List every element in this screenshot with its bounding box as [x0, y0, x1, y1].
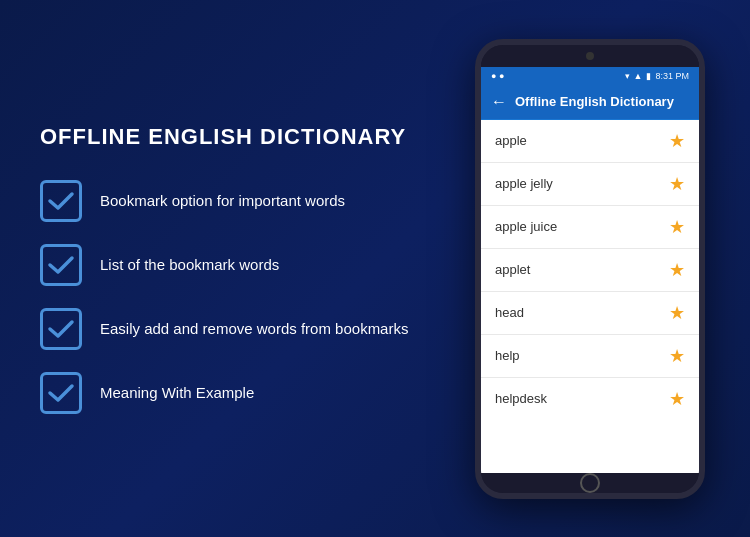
feature-item: Meaning With Example [40, 372, 430, 414]
feature-item: Bookmark option for important words [40, 180, 430, 222]
word-item[interactable]: help ★ [481, 335, 699, 378]
feature-item: Easily add and remove words from bookmar… [40, 308, 430, 350]
left-panel: OFFLINE ENGLISH DICTIONARY Bookmark opti… [0, 94, 460, 444]
word-text: apple juice [495, 219, 557, 234]
wifi-icon: ▾ [625, 71, 630, 81]
feature-item: List of the bookmark words [40, 244, 430, 286]
word-text: applet [495, 262, 530, 277]
status-icons: ▾ ▲ ▮ 8:31 PM [625, 71, 689, 81]
battery-icon: ▮ [646, 71, 651, 81]
checkbox-icon [40, 180, 82, 222]
app-title: OFFLINE ENGLISH DICTIONARY [40, 124, 430, 150]
word-item[interactable]: apple jelly ★ [481, 163, 699, 206]
word-item[interactable]: head ★ [481, 292, 699, 335]
feature-text: Easily add and remove words from bookmar… [100, 320, 408, 337]
feature-text: Meaning With Example [100, 384, 254, 401]
status-bar: ● ● ▾ ▲ ▮ 8:31 PM [481, 67, 699, 85]
phone-app-title: Offline English Dictionary [515, 94, 674, 109]
word-item[interactable]: helpdesk ★ [481, 378, 699, 420]
phone-mockup: ● ● ▾ ▲ ▮ 8:31 PM ← Offline English Dict… [475, 39, 705, 499]
home-button[interactable] [580, 473, 600, 493]
star-icon[interactable]: ★ [669, 388, 685, 410]
word-text: apple jelly [495, 176, 553, 191]
word-item[interactable]: apple juice ★ [481, 206, 699, 249]
word-list: apple ★ apple jelly ★ apple juice ★ appl… [481, 120, 699, 473]
phone-bottom [481, 473, 699, 493]
feature-list: Bookmark option for important words List… [40, 180, 430, 414]
feature-text: List of the bookmark words [100, 256, 279, 273]
checkbox-icon [40, 308, 82, 350]
camera-dot [586, 52, 594, 60]
star-icon[interactable]: ★ [669, 345, 685, 367]
status-left: ● ● [491, 71, 504, 81]
word-text: apple [495, 133, 527, 148]
phone-notch [481, 45, 699, 67]
star-icon[interactable]: ★ [669, 130, 685, 152]
checkbox-icon [40, 372, 82, 414]
word-item[interactable]: apple ★ [481, 120, 699, 163]
word-text: helpdesk [495, 391, 547, 406]
star-icon[interactable]: ★ [669, 302, 685, 324]
star-icon[interactable]: ★ [669, 173, 685, 195]
phone-container: ● ● ▾ ▲ ▮ 8:31 PM ← Offline English Dict… [460, 39, 720, 499]
star-icon[interactable]: ★ [669, 259, 685, 281]
time-display: 8:31 PM [655, 71, 689, 81]
word-text: help [495, 348, 520, 363]
word-text: head [495, 305, 524, 320]
checkbox-icon [40, 244, 82, 286]
word-item[interactable]: applet ★ [481, 249, 699, 292]
app-header: ← Offline English Dictionary [481, 85, 699, 120]
feature-text: Bookmark option for important words [100, 192, 345, 209]
back-button[interactable]: ← [491, 93, 507, 111]
signal-icon: ▲ [634, 71, 643, 81]
star-icon[interactable]: ★ [669, 216, 685, 238]
